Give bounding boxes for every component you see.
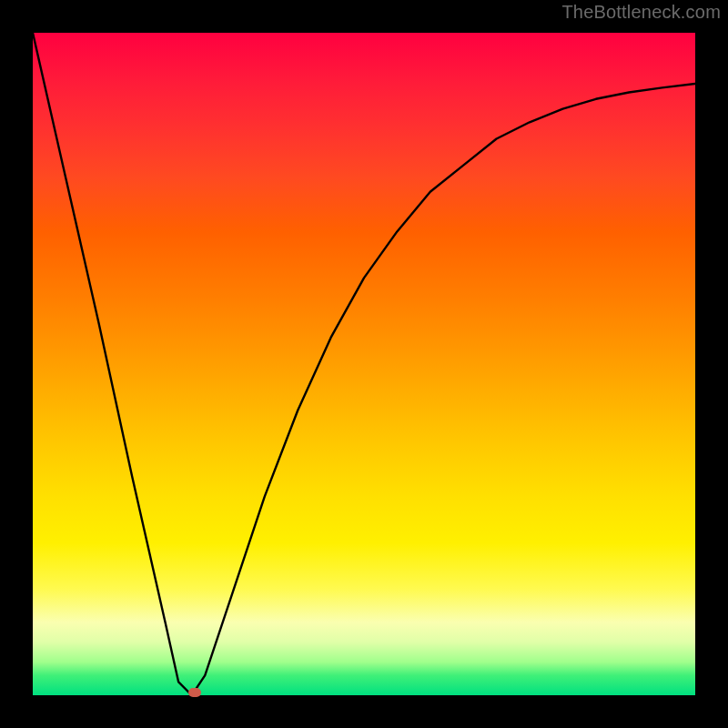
chart-plot-area xyxy=(33,33,695,695)
watermark-text: TheBottleneck.com xyxy=(561,2,721,23)
chart-marker xyxy=(188,688,201,697)
